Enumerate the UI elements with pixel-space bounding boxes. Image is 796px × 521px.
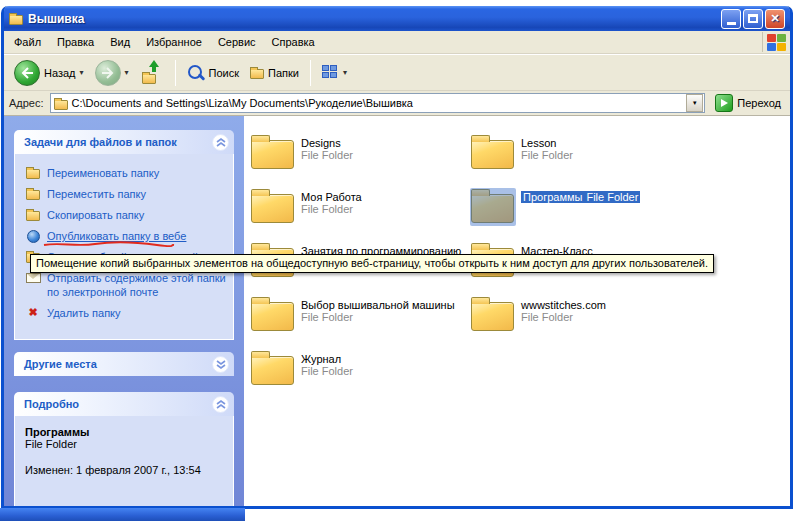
folder-icon [250, 294, 296, 334]
folder-move-icon [25, 187, 41, 200]
task-publish-folder[interactable]: Опубликовать папку в вебе [25, 229, 227, 243]
menu-item-view[interactable]: Вид [102, 33, 138, 51]
search-button[interactable]: Поиск [183, 62, 243, 84]
task-move-folder[interactable]: Переместить папку [25, 187, 227, 201]
taskbar-fragment[interactable] [0, 508, 245, 521]
menu-bar: Файл Правка Вид Избранное Сервис Справка [4, 31, 790, 54]
maximize-button[interactable] [743, 9, 763, 29]
file-type: File Folder [521, 149, 573, 161]
panel-title: Подробно [24, 398, 79, 410]
folder-icon [250, 132, 296, 172]
menu-item-tools[interactable]: Сервис [210, 33, 264, 51]
address-bar: Адрес: C:\Documents and Settings\Liza\My… [4, 91, 790, 116]
menu-item-edit[interactable]: Правка [49, 33, 102, 51]
go-button[interactable]: Переход [711, 94, 785, 112]
details-modified-date: Изменен: 1 февраля 2007 г., 13:54 [25, 464, 223, 476]
task-email-folder[interactable]: Отправить содержимое этой папки по элект… [25, 271, 227, 299]
search-icon [187, 64, 205, 82]
folder-rename-icon [25, 166, 41, 179]
task-label: Отправить содержимое этой папки по элект… [47, 271, 227, 299]
window-content: Задачи для файлов и папок Переименовать … [4, 116, 790, 506]
back-button-label: Назад [44, 67, 76, 79]
back-dropdown-icon[interactable]: ▾ [80, 68, 84, 77]
address-folder-icon [54, 100, 68, 110]
address-path: C:\Documents and Settings\Liza\My Docume… [72, 97, 413, 109]
views-dropdown-icon[interactable]: ▾ [343, 68, 347, 77]
address-label: Адрес: [9, 97, 44, 109]
task-copy-folder[interactable]: Скопировать папку [25, 208, 227, 222]
file-type: File Folder [301, 203, 362, 215]
up-button[interactable] [136, 60, 168, 86]
menu-item-file[interactable]: Файл [6, 33, 49, 51]
desktop: Вышивка ✕ Файл Правка Вид Избранное Серв… [0, 0, 796, 521]
task-label: Скопировать папку [47, 208, 144, 222]
file-tile[interactable]: Моя РаботаFile Folder [250, 186, 465, 240]
file-name: wwwstitches.com [521, 299, 606, 311]
file-type: File Folder [521, 311, 606, 323]
address-dropdown-button[interactable]: ▾ [686, 94, 703, 112]
folders-icon [250, 69, 264, 79]
expand-button[interactable] [212, 356, 229, 373]
file-name: Выбор вышивальной машины [301, 299, 455, 311]
task-rename-folder[interactable]: Переименовать папку [25, 166, 227, 180]
folders-button-label: Папки [268, 67, 299, 79]
toolbar: Назад ▾ ▾ Поиск Папки [4, 54, 790, 91]
task-pane-sidebar: Задачи для файлов и папок Переименовать … [4, 116, 244, 506]
title-bar[interactable]: Вышивка ✕ [4, 6, 790, 31]
toolbar-separator [310, 60, 311, 86]
forward-button[interactable]: ▾ [91, 58, 133, 88]
file-tile[interactable]: Выбор вышивальной машиныFile Folder [250, 294, 465, 348]
forward-dropdown-icon[interactable]: ▾ [125, 68, 129, 77]
file-name: Журнал [301, 353, 353, 365]
back-arrow-icon [14, 60, 40, 86]
window-controls: ✕ [721, 9, 785, 29]
file-type: File Folder [301, 311, 455, 323]
address-input[interactable]: C:\Documents and Settings\Liza\My Docume… [50, 93, 706, 113]
collapse-button[interactable] [212, 134, 229, 151]
folder-icon [250, 348, 296, 388]
chevron-down-icon [216, 360, 226, 369]
file-tile[interactable]: LessonFile Folder [470, 132, 685, 186]
folder-icon [470, 294, 516, 334]
panel-file-folder-tasks: Задачи для файлов и папок Переименовать … [14, 130, 234, 340]
chevron-up-icon [216, 400, 226, 409]
file-tile[interactable]: DesignsFile Folder [250, 132, 465, 186]
windows-logo-icon [762, 32, 786, 52]
task-delete-folder[interactable]: ✖ Удалить папку [25, 306, 227, 320]
menu-item-help[interactable]: Справка [264, 33, 323, 51]
panel-details-body: Программы File Folder Изменен: 1 февраля… [14, 416, 234, 506]
panel-file-folder-tasks-header[interactable]: Задачи для файлов и папок [14, 130, 234, 154]
file-tile[interactable]: ЖурналFile Folder [250, 348, 465, 402]
task-label: Опубликовать папку в вебе [47, 229, 186, 243]
window-title: Вышивка [28, 12, 716, 26]
forward-arrow-icon [95, 60, 121, 86]
task-label: Переименовать папку [47, 166, 159, 180]
file-list-area[interactable]: DesignsFile Folder Моя РаботаFile Folder… [244, 116, 790, 506]
details-selected-type: File Folder [25, 438, 223, 450]
panel-title: Другие места [24, 358, 97, 370]
close-button[interactable]: ✕ [765, 9, 785, 29]
publish-web-icon [25, 229, 41, 243]
file-name: Designs [301, 137, 353, 149]
folders-button[interactable]: Папки [246, 64, 303, 81]
minimize-button[interactable] [721, 9, 741, 29]
file-tile-selected[interactable]: ПрограммыFile Folder [470, 186, 685, 240]
back-button[interactable]: Назад ▾ [10, 58, 88, 88]
panel-details: Подробно Программы File Folder Изменен: … [14, 392, 234, 506]
search-button-label: Поиск [209, 67, 239, 79]
panel-details-header[interactable]: Подробно [14, 392, 234, 416]
panel-file-folder-tasks-body: Переименовать папку Переместить папку Ск… [14, 154, 234, 340]
collapse-button[interactable] [212, 396, 229, 413]
folder-up-icon [140, 62, 164, 84]
go-arrow-icon [715, 94, 733, 112]
panel-other-places-header[interactable]: Другие места [14, 352, 234, 376]
panel-title: Задачи для файлов и папок [24, 136, 177, 148]
folder-icon [470, 132, 516, 172]
window-folder-icon [9, 15, 23, 25]
folder-icon [470, 186, 516, 226]
file-tile[interactable]: wwwstitches.comFile Folder [470, 294, 685, 348]
file-name: Программы [521, 191, 584, 203]
views-button[interactable]: ▾ [318, 63, 351, 82]
task-label: Удалить папку [47, 306, 121, 320]
menu-item-favorites[interactable]: Избранное [138, 33, 210, 51]
